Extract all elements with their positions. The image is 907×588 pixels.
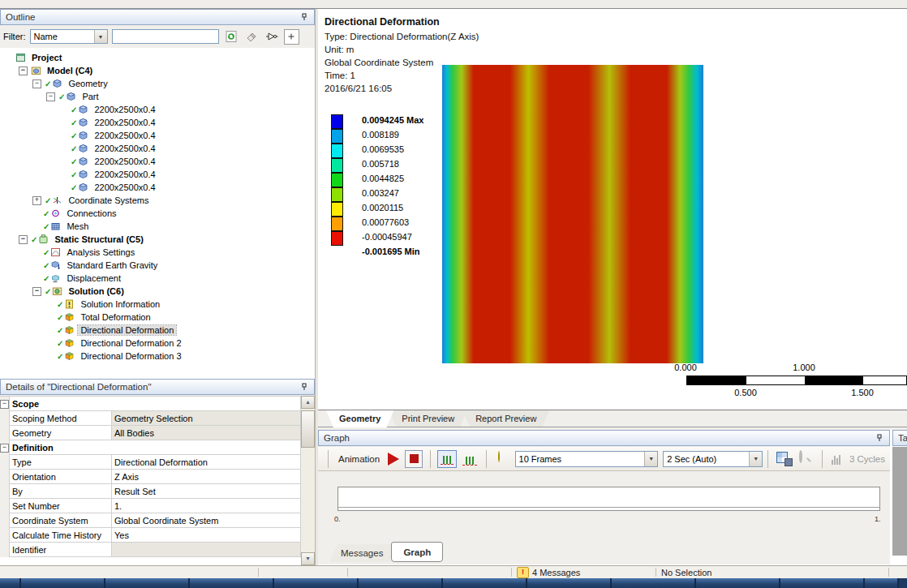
tree-item-mesh[interactable]: ✓Mesh <box>0 220 315 233</box>
tree-item-analysis-settings[interactable]: ✓Analysis Settings <box>0 246 315 259</box>
geometry-viewport[interactable]: Directional Deformation Type: Directiona… <box>318 9 907 410</box>
tree-item-2200x2500x0-4[interactable]: ✓2200x2500x0.4 <box>0 168 315 181</box>
tree-item-2200x2500x0-4[interactable]: ✓2200x2500x0.4 <box>0 103 315 116</box>
tree-item-label: Total Deformation <box>78 312 153 322</box>
tree-item-displacement[interactable]: ✓Displacement <box>0 272 315 285</box>
taskbar-item[interactable] <box>105 578 190 588</box>
details-scrollbar[interactable]: ▲ ▼ <box>301 396 315 565</box>
animation-timeline[interactable] <box>337 487 880 511</box>
toolbar-separator <box>486 450 487 468</box>
taskbar-item[interactable] <box>443 578 527 588</box>
windows-taskbar[interactable] <box>0 578 907 588</box>
tree-item-coordinate-systems[interactable]: +✓Coordinate Systems <box>0 194 315 207</box>
details-prop-value[interactable]: Directional Deformation <box>111 455 301 470</box>
tree-expander-icon[interactable]: + <box>32 196 41 205</box>
scroll-down-icon[interactable]: ▼ <box>301 552 315 565</box>
details-prop-value[interactable]: Z Axis <box>111 470 301 484</box>
taskbar-item[interactable] <box>21 578 105 588</box>
details-gutter: − <box>0 397 9 411</box>
collapse-icon[interactable]: − <box>0 444 9 453</box>
check-icon: ✓ <box>45 79 51 88</box>
taskbar-item[interactable] <box>696 578 780 588</box>
export-video-icon[interactable] <box>776 452 793 466</box>
tree-expander-icon[interactable]: − <box>46 92 55 101</box>
details-prop-value[interactable]: Yes <box>111 528 301 543</box>
tree-item-2200x2500x0-4[interactable]: ✓2200x2500x0.4 <box>0 142 315 155</box>
details-prop-value[interactable]: Global Coordinate System <box>111 513 301 528</box>
tree-item-geometry[interactable]: −✓Geometry <box>0 77 315 90</box>
messages-status[interactable]: ! 4 Messages <box>517 566 580 578</box>
collapse-icon[interactable]: − <box>0 400 9 409</box>
filter-type-select[interactable]: Name ▼ <box>30 29 108 44</box>
clear-filter-icon[interactable] <box>243 29 260 45</box>
graph-tab-messages[interactable]: Messages <box>329 544 394 562</box>
tree-item-directional-deformation[interactable]: ✓Directional Deformation <box>0 324 315 337</box>
taskbar-item[interactable] <box>0 578 21 588</box>
tree-item-2200x2500x0-4[interactable]: ✓2200x2500x0.4 <box>0 129 315 142</box>
pin-icon[interactable] <box>299 382 309 392</box>
taskbar-item[interactable] <box>359 578 443 588</box>
lightbulb-icon[interactable] <box>498 452 509 466</box>
zoom-animation-icon[interactable] <box>799 452 814 466</box>
pin-icon[interactable] <box>299 12 309 22</box>
details-prop-name: Geometry <box>9 426 111 440</box>
details-prop-name: By <box>9 484 111 499</box>
animation-load-steps-icon[interactable] <box>460 450 479 468</box>
taskbar-item[interactable] <box>527 578 612 588</box>
tree-item-2200x2500x0-4[interactable]: ✓2200x2500x0.4 <box>0 181 315 194</box>
tree-item-total-deformation[interactable]: ✓Total Deformation <box>0 311 315 324</box>
tree-item-part[interactable]: −✓Part <box>0 90 315 103</box>
tree-item-label: Coordinate Systems <box>66 195 151 205</box>
expand-all-icon[interactable] <box>284 29 299 45</box>
details-prop-value[interactable]: Geometry Selection <box>111 411 301 426</box>
scroll-up-icon[interactable]: ▲ <box>301 396 315 409</box>
tree-item-solution-information[interactable]: ✓Solution Information <box>0 298 315 311</box>
tree-expander-icon[interactable]: − <box>19 235 28 244</box>
frames-select[interactable]: 10 Frames ▼ <box>515 451 659 467</box>
tree-expander-icon[interactable]: − <box>19 67 28 75</box>
details-group-label: Scope <box>9 397 301 411</box>
details-prop-value[interactable]: 1. <box>111 499 301 513</box>
tree-item-directional-deformation-3[interactable]: ✓Directional Deformation 3 <box>0 350 315 363</box>
tree-item-2200x2500x0-4[interactable]: ✓2200x2500x0.4 <box>0 155 315 168</box>
taskbar-item[interactable] <box>780 578 865 588</box>
taskbar-item[interactable] <box>190 578 274 588</box>
legend-value-label: 0.0044825 <box>362 173 404 184</box>
tree-item-project[interactable]: Project <box>0 51 315 64</box>
tree-expander-icon[interactable]: − <box>32 79 41 88</box>
refresh-filter-icon[interactable] <box>223 29 239 45</box>
taskbar-item[interactable] <box>865 578 899 588</box>
tree-item-solution-c6-[interactable]: −✓Solution (C6) <box>0 285 315 298</box>
pin-icon[interactable] <box>875 433 884 443</box>
body-icon <box>78 118 88 127</box>
tabular-data-panel[interactable]: Ta <box>892 430 907 564</box>
details-prop-name: Coordinate System <box>9 513 111 528</box>
stop-button[interactable] <box>405 450 423 468</box>
duration-select[interactable]: 2 Sec (Auto) ▼ <box>663 451 763 467</box>
tree-item-label: Static Structural (C5) <box>52 234 145 244</box>
chevron-down-icon: ▼ <box>644 452 657 466</box>
taskbar-item[interactable] <box>612 578 696 588</box>
filter-search-input[interactable] <box>112 29 219 44</box>
tree-item-static-structural-c5-[interactable]: −✓Static Structural (C5) <box>0 233 315 246</box>
filter-probe-icon[interactable] <box>264 29 280 45</box>
tree-item-2200x2500x0-4[interactable]: ✓2200x2500x0.4 <box>0 116 315 129</box>
tree-item-connections[interactable]: ✓Connections <box>0 207 315 220</box>
graph-tab-graph[interactable]: Graph <box>391 542 443 562</box>
warning-icon: ! <box>517 567 529 578</box>
tree-expander-icon[interactable]: − <box>32 287 41 296</box>
details-prop-value[interactable] <box>111 543 301 557</box>
tree-item-standard-earth-gravity[interactable]: ✓Standard Earth Gravity <box>0 259 315 272</box>
view-tab-print-preview[interactable]: Print Preview <box>389 410 467 427</box>
tree-item-directional-deformation-2[interactable]: ✓Directional Deformation 2 <box>0 337 315 350</box>
taskbar-item[interactable] <box>274 578 359 588</box>
tree-item-model-c4-[interactable]: −Model (C4) <box>0 64 315 77</box>
solution-info-icon <box>64 299 75 309</box>
details-prop-value[interactable]: Result Set <box>111 484 301 499</box>
play-icon[interactable] <box>388 453 399 466</box>
animation-result-sets-icon[interactable] <box>437 450 457 468</box>
view-tab-geometry[interactable]: Geometry <box>326 410 393 427</box>
scrollbar-thumb[interactable] <box>301 410 315 448</box>
details-prop-value[interactable]: All Bodies <box>111 426 301 440</box>
view-tab-report-preview[interactable]: Report Preview <box>462 410 549 427</box>
